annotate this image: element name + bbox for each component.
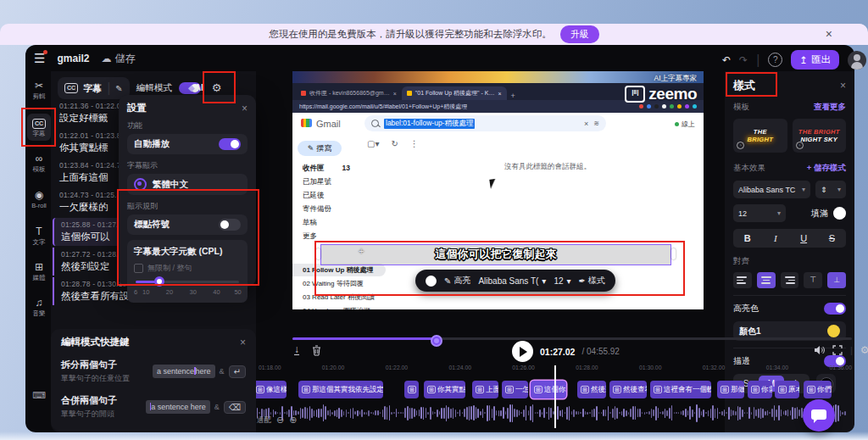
font-size-dropdown[interactable]: 12▾	[733, 204, 786, 222]
align-button-r[interactable]	[781, 272, 799, 288]
format-b-button[interactable]: B	[739, 233, 756, 243]
settings-close-icon[interactable]: ×	[242, 103, 248, 114]
rail-item-媒體[interactable]: ⊞媒體	[27, 261, 51, 282]
upgrade-button[interactable]: 升級	[560, 25, 599, 43]
support-chat-button[interactable]	[803, 399, 835, 432]
trash-icon[interactable]	[312, 345, 321, 356]
timeline-subtitle-block[interactable]: ⊞然後到	[577, 381, 606, 398]
line-spacing-dropdown[interactable]: ⇕▾	[815, 181, 846, 198]
keyboard-shortcuts-icon[interactable]: ⌨	[32, 390, 46, 401]
url-text: https://mail.google.com/mail/u/5/#label/…	[299, 103, 467, 111]
shortcuts-close-icon[interactable]: ×	[240, 337, 246, 348]
style-pen-icon: ✒	[579, 276, 586, 286]
rail-item-字幕[interactable]: CC字幕	[27, 114, 51, 141]
timeline-subtitle-block[interactable]: ⊞你們	[804, 381, 832, 398]
align-button-t[interactable]: ⊤	[804, 272, 822, 288]
text-color-swatch[interactable]	[426, 276, 437, 287]
rail-item-模板[interactable]: ∞模板	[27, 153, 51, 174]
fit-label[interactable]: 適配	[257, 415, 271, 426]
edit-list-icon[interactable]: ✎	[115, 84, 122, 93]
save-style-link[interactable]: + 儲存樣式	[807, 163, 846, 174]
playback-settings-gear-icon[interactable]: ⚙	[860, 344, 868, 356]
timeline-playhead[interactable]	[554, 365, 556, 428]
format-s-button[interactable]: S	[823, 233, 840, 243]
cpl-checkbox[interactable]	[134, 264, 143, 273]
format-i-button[interactable]: I	[767, 233, 784, 243]
cpl-slider[interactable]	[136, 281, 239, 283]
block-text: 一怎	[515, 385, 528, 395]
subtitle-tab[interactable]: CC 字幕 | ✎	[58, 77, 130, 99]
progress-knob[interactable]	[431, 335, 442, 347]
block-icon: ⊞	[751, 386, 760, 393]
zoom-out-icon[interactable]: ⊖	[276, 415, 284, 426]
banner-close-icon[interactable]: ×	[826, 27, 832, 41]
ruler-tick-label: 01:32.00	[703, 365, 725, 370]
block-text: 然後查看	[623, 385, 647, 395]
align-button-c[interactable]	[757, 272, 776, 288]
fullscreen-icon[interactable]	[832, 345, 843, 355]
subtitle-selection-box[interactable]: + 這個你可以把它復制起來	[320, 244, 671, 265]
timeline-subtitle-block[interactable]: ⊞一怎	[502, 381, 528, 398]
punctuation-toggle[interactable]	[219, 219, 241, 231]
language-label: 繁體中文	[153, 179, 188, 191]
timeline-subtitle-block[interactable]: ⊞上面	[472, 381, 498, 398]
timeline-subtitle-block[interactable]: ⊞你需	[748, 381, 772, 398]
template-card-bright[interactable]: THE BRIGHT ◔	[733, 119, 787, 153]
timeline-subtitle-block[interactable]: ⊞那做	[717, 381, 744, 398]
fill-color-swatch[interactable]	[833, 207, 846, 220]
style-panel-close-icon[interactable]: ×	[840, 80, 846, 92]
selection-handle-left[interactable]	[316, 248, 320, 259]
menu-icon[interactable]: ☰	[34, 51, 45, 66]
see-more-link[interactable]: 查看更多	[814, 102, 846, 113]
timeline-subtitle-block[interactable]: ⊞像這樣	[253, 381, 287, 398]
subtitle-settings-gear-icon[interactable]: ⚙	[212, 81, 222, 94]
timeline-subtitle-block[interactable]: ⊞那這個其實我依先設定好了	[298, 381, 383, 398]
timeline-subtitle-block[interactable]: ⊞然後查看	[609, 381, 647, 398]
help-button[interactable]: ?	[768, 53, 782, 67]
font-family-dropdown[interactable]: Alibaba Sans TC▾	[733, 181, 810, 198]
highlight-button[interactable]: ✎高亮	[444, 275, 470, 287]
timeline-subtitle-block[interactable]: ⊞這裡會有一個軟件	[650, 381, 711, 398]
gmail-nav-3: 已延後	[292, 191, 357, 201]
extension-icon	[647, 104, 651, 109]
color1-swatch[interactable]	[827, 325, 840, 337]
zoom-in-icon[interactable]: ⊕	[289, 415, 297, 426]
align-button-l[interactable]	[733, 272, 752, 288]
gmail-nav-4: 寄件備份	[292, 204, 357, 214]
font-dropdown[interactable]: Alibaba Sans T(▾	[478, 276, 546, 286]
gmail-nav-label: 草稿	[303, 218, 317, 228]
timeline-subtitle-block[interactable]: ⊞原本	[775, 381, 799, 398]
align-button-b[interactable]: ⊥	[827, 272, 846, 288]
format-u-button[interactable]: U	[795, 233, 812, 243]
save-button[interactable]: ☁儲存	[101, 52, 135, 66]
ruler-tick-label: 01:18.00	[259, 365, 281, 370]
video-subtitle-text[interactable]: 這個你可以把它復制起來	[321, 247, 670, 262]
cpl-slider-knob[interactable]	[154, 276, 164, 287]
autoplay-toggle[interactable]	[219, 138, 241, 150]
redo-icon[interactable]: ↷	[739, 54, 748, 66]
selection-handle-right[interactable]	[671, 248, 676, 259]
font-size-dropdown[interactable]: 12▾	[554, 276, 570, 286]
timeline-subtitle-block[interactable]: ⊞你其實點標	[424, 381, 465, 398]
rail-item-B-roll[interactable]: ◉B-roll	[27, 189, 51, 209]
play-button[interactable]	[512, 341, 533, 362]
avatar[interactable]	[848, 51, 866, 70]
shortcuts-title: 編輯模式快捷鍵	[61, 336, 130, 348]
playback-progress-bar[interactable]	[292, 337, 852, 340]
export-button[interactable]: ↥匯出	[791, 50, 839, 70]
download-icon[interactable]: ↓	[294, 345, 299, 355]
rail-item-音樂[interactable]: ♫音樂	[27, 297, 51, 318]
language-row[interactable]: 繁體中文	[127, 174, 248, 195]
template-card-night-sky[interactable]: THE BRIGHT NIGHT SKY ◔	[793, 119, 847, 153]
style-button[interactable]: ✒樣式	[579, 275, 605, 287]
rail-item-剪輯[interactable]: ✂剪輯	[27, 80, 51, 101]
highlight-color-toggle[interactable]	[824, 303, 846, 315]
block-text: 然後到	[591, 385, 606, 395]
undo-icon[interactable]: ↶	[722, 54, 731, 66]
timeline-subtitle-block[interactable]: ⊞這個你可	[531, 381, 566, 398]
timeline-subtitle-block[interactable]: ⊞丨	[404, 381, 419, 398]
punctuation-label: 標點符號	[134, 219, 170, 231]
volume-icon[interactable]	[814, 345, 825, 355]
rail-item-文字[interactable]: T文字	[27, 226, 51, 247]
ai-sparkle-icon[interactable]: ◆AI	[188, 83, 203, 92]
